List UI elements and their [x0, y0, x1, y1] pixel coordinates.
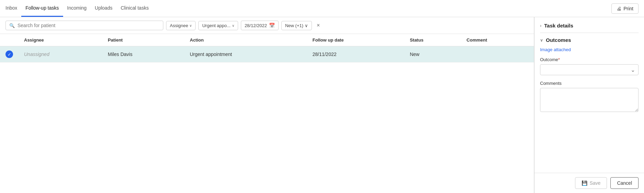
left-panel: 🔍 Assignee ∨ Urgent appo... ∨ 28/12/2022…: [0, 17, 534, 193]
save-icon: 💾: [582, 180, 587, 186]
table-header: Assignee Patient Action Follow up date S…: [0, 34, 534, 46]
task-details-section-header[interactable]: › Task details: [540, 23, 639, 29]
image-attached-link[interactable]: Image attached: [540, 47, 639, 52]
chevron-down-icon: ∨: [189, 24, 192, 27]
filter-bar: 🔍 Assignee ∨ Urgent appo... ∨ 28/12/2022…: [0, 17, 534, 34]
chevron-down-icon: ∨: [232, 24, 234, 27]
cancel-button[interactable]: Cancel: [610, 177, 639, 189]
col-comment: Comment: [461, 34, 534, 46]
right-panel: › Task details ∨ Outcomes Image attached…: [534, 17, 644, 193]
required-indicator: *: [558, 57, 560, 62]
main-layout: 🔍 Assignee ∨ Urgent appo... ∨ 28/12/2022…: [0, 17, 644, 193]
search-container: 🔍: [5, 21, 163, 30]
tasks-table: Assignee Patient Action Follow up date S…: [0, 34, 534, 63]
right-panel-content: › Task details ∨ Outcomes Image attached…: [535, 17, 644, 173]
tab-follow-up-tasks[interactable]: Follow-up tasks: [21, 0, 63, 17]
divider: [540, 33, 639, 33]
top-navigation: Inbox Follow-up tasks Incoming Uploads C…: [0, 0, 644, 17]
comments-field: Comments: [540, 81, 639, 113]
comments-label: Comments: [540, 81, 639, 86]
row-action: Urgent appointment: [184, 46, 307, 63]
tasks-table-container: Assignee Patient Action Follow up date S…: [0, 34, 534, 193]
comments-textarea[interactable]: [540, 88, 639, 112]
row-follow-up-date: 28/11/2022: [307, 46, 405, 63]
outcome-select[interactable]: Option 1 Option 2: [540, 64, 639, 75]
chevron-right-icon: ›: [540, 23, 541, 28]
table-body: ✓ Unassigned Miles Davis Urgent appointm…: [0, 46, 534, 63]
row-status: New: [404, 46, 461, 63]
col-follow-up-date: Follow up date: [307, 34, 405, 46]
print-button[interactable]: 🖨 Print: [611, 3, 639, 14]
tab-incoming[interactable]: Incoming: [63, 0, 91, 17]
selected-check-icon: ✓: [5, 50, 13, 58]
col-patient: Patient: [102, 34, 184, 46]
chevron-down-icon: ∨: [305, 23, 308, 28]
status-filter[interactable]: New (+1) ∨: [281, 21, 312, 30]
right-panel-footer: 💾 Save Cancel: [535, 173, 644, 193]
col-check: [0, 34, 19, 46]
calendar-icon[interactable]: 📅: [269, 23, 275, 28]
clear-filters-button[interactable]: ×: [315, 22, 322, 29]
nav-tabs: Inbox Follow-up tasks Incoming Uploads C…: [5, 0, 611, 17]
tab-inbox[interactable]: Inbox: [5, 0, 21, 17]
table-row[interactable]: ✓ Unassigned Miles Davis Urgent appointm…: [0, 46, 534, 63]
date-filter: 28/12/2022 📅: [241, 21, 279, 30]
outcomes-section-header[interactable]: ∨ Outcomes: [540, 37, 639, 43]
outcome-label: Outcome*: [540, 57, 639, 62]
outcome-select-wrapper: Option 1 Option 2: [540, 64, 639, 75]
search-input[interactable]: [17, 23, 160, 28]
row-comment: [461, 46, 534, 63]
save-button[interactable]: 💾 Save: [575, 177, 607, 189]
search-icon: 🔍: [9, 23, 15, 28]
outcome-field: Outcome* Option 1 Option 2: [540, 57, 639, 75]
action-filter[interactable]: Urgent appo... ∨: [198, 21, 238, 30]
col-action: Action: [184, 34, 307, 46]
row-check-cell: ✓: [0, 46, 19, 63]
assignee-filter[interactable]: Assignee ∨: [166, 21, 196, 30]
col-assignee: Assignee: [19, 34, 102, 46]
tab-uploads[interactable]: Uploads: [91, 0, 116, 17]
row-assignee: Unassigned: [19, 46, 102, 63]
tab-clinical-tasks[interactable]: Clinical tasks: [117, 0, 153, 17]
printer-icon: 🖨: [617, 6, 621, 11]
chevron-down-icon: ∨: [540, 38, 543, 43]
col-status: Status: [404, 34, 461, 46]
row-patient: Miles Davis: [102, 46, 184, 63]
